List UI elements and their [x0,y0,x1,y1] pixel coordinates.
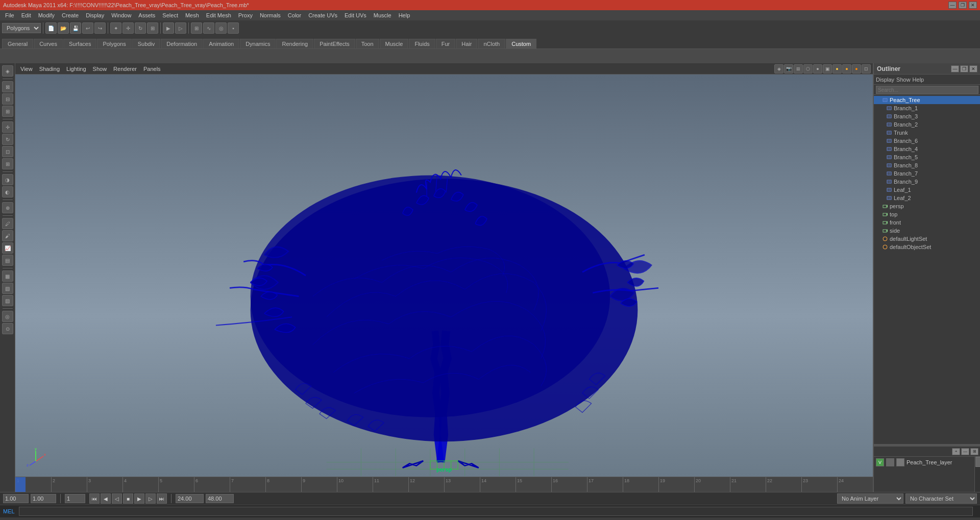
transform-tool-btn[interactable]: ⊞ [2,158,13,169]
layer-color-swatch[interactable] [896,458,904,466]
select-by-object-btn[interactable]: ⊟ [2,93,13,105]
render-layer-btn[interactable]: ▧ [2,283,13,294]
graph-editor-btn[interactable]: 📈 [2,242,13,254]
outliner-item-leaf-2[interactable]: Leaf_2 [874,194,980,202]
shelf-tab-animation[interactable]: Animation [203,39,239,48]
outliner-item-branch-6[interactable]: Branch_6 [874,137,980,145]
go-to-end-btn[interactable]: ⏭ [157,493,167,504]
prev-frame-btn[interactable]: ◀ [101,493,111,504]
outliner-display-menu[interactable]: Display [876,77,894,83]
menu-create[interactable]: Create [59,11,82,19]
quick-select-btn[interactable]: ◎ [2,311,13,322]
shelf-tab-custom[interactable]: Custom [506,39,536,48]
display-layer-btn[interactable]: ▦ [2,270,13,282]
vt-layout-icon[interactable]: ⊡ [862,64,871,73]
snap-surface-btn[interactable]: ▪ [228,22,239,34]
show-manip-btn[interactable]: ⊕ [2,202,13,213]
close-button[interactable]: ✕ [969,2,977,9]
shelf-tab-toon[interactable]: Toon [356,39,379,48]
open-scene-btn[interactable]: 📂 [58,22,69,34]
shelf-tab-general[interactable]: General [2,39,33,48]
go-to-start-btn[interactable]: ⏮ [89,493,100,504]
outliner-show-menu[interactable]: Show [896,77,911,83]
soft-select-btn[interactable]: ◑ [2,174,13,185]
layer-type-indicator[interactable] [886,458,894,466]
outliner-item-side[interactable]: side [874,227,980,235]
vt-grid-icon[interactable]: ⊞ [794,64,803,73]
scale-tool-left-btn[interactable]: ⊡ [2,146,13,157]
shelf-tab-deformation[interactable]: Deformation [161,39,203,48]
menu-file[interactable]: File [2,11,17,19]
outliner-minimize[interactable]: — [951,65,959,72]
anim-layer-btn[interactable]: ▨ [2,295,13,306]
menu-create-uvs[interactable]: Create UVs [305,11,340,19]
redo-btn[interactable]: ↪ [94,22,106,34]
outliner-search-input[interactable] [876,86,978,94]
menu-help[interactable]: Help [396,11,413,19]
vt-camera-icon[interactable]: 📷 [784,64,793,73]
outliner-item-peach-tree[interactable]: Peach_Tree [874,96,980,104]
menu-assets[interactable]: Assets [135,11,158,19]
shelf-tab-dynamics[interactable]: Dynamics [240,39,276,48]
shelf-tab-fluids[interactable]: Fluids [409,39,435,48]
outliner-item-leaf-1[interactable]: Leaf_1 [874,186,980,194]
undo-btn[interactable]: ↩ [82,22,93,34]
anim-layer-select[interactable]: No Anim Layer [837,493,903,504]
shelf-tab-surfaces[interactable]: Surfaces [63,39,96,48]
range-current-input[interactable]: 1.00 [31,494,56,503]
menu-edit-mesh[interactable]: Edit Mesh [203,11,234,19]
outliner-item-persp[interactable]: persp [874,202,980,210]
snap-point-btn[interactable]: ◎ [215,22,227,34]
shelf-tab-curves[interactable]: Curves [34,39,63,48]
current-frame-input[interactable] [65,494,85,503]
vt-select-icon[interactable]: ◈ [774,64,783,73]
vt-lighting-menu[interactable]: Lighting [63,65,89,73]
menu-mesh[interactable]: Mesh [182,11,202,19]
play-forward-btn[interactable]: ▶ [134,493,144,504]
vt-smooth-icon[interactable]: ● [813,64,822,73]
scale-tool-btn[interactable]: ⊞ [147,22,158,34]
rotate-tool-btn[interactable]: ↻ [135,22,146,34]
paint-skin-btn[interactable]: 🖊 [2,218,13,229]
shelf-tab-fur[interactable]: Fur [436,39,456,48]
menu-edit-uvs[interactable]: Edit UVs [341,11,370,19]
play-back-btn[interactable]: ◁ [112,493,122,504]
move-tool-btn[interactable]: ✛ [122,22,134,34]
vt-light1-icon[interactable]: ● [832,64,842,73]
vt-light2-icon[interactable]: ● [842,64,851,73]
range-end-time-input[interactable] [176,494,204,503]
vt-wireframe-icon[interactable]: ⬡ [803,64,813,73]
range-start-input[interactable]: 1.00 [3,494,29,503]
menu-modify[interactable]: Modify [35,11,58,19]
3d-viewport[interactable]: x y z persp [15,75,873,477]
sculpt-btn[interactable]: ◐ [2,186,13,197]
shelf-tab-rendering[interactable]: Rendering [276,39,313,48]
dope-sheet-btn[interactable]: ▤ [2,255,13,266]
shelf-tab-subdiv[interactable]: Subdiv [132,39,161,48]
outliner-item-branch-1[interactable]: Branch_1 [874,104,980,112]
menu-muscle[interactable]: Muscle [371,11,395,19]
vt-panels-menu[interactable]: Panels [140,65,164,73]
vt-shading-menu[interactable]: Shading [36,65,63,73]
new-scene-btn[interactable]: 📄 [45,22,57,34]
menu-edit[interactable]: Edit [18,11,34,19]
menu-color[interactable]: Color [285,11,304,19]
timeline-ruler[interactable]: 123456789101112131415161718192021222324 [15,477,873,492]
outliner-item-branch-2[interactable]: Branch_2 [874,120,980,129]
snap-curve-btn[interactable]: ∿ [203,22,214,34]
mode-select[interactable]: Polygons [2,23,41,33]
outliner-item-top[interactable]: top [874,210,980,218]
layer-item-peach-tree[interactable]: V Peach_Tree_layer [874,457,974,468]
menu-proxy[interactable]: Proxy [235,11,256,19]
save-scene-btn[interactable]: 💾 [70,22,81,34]
paint-weights-btn[interactable]: 🖌 [2,230,13,241]
outliner-close[interactable]: ✕ [969,65,977,72]
shelf-tab-ncloth[interactable]: nCloth [478,39,505,48]
menu-normals[interactable]: Normals [257,11,284,19]
render-btn[interactable]: ▶ [163,22,174,34]
shelf-tab-muscle[interactable]: Muscle [380,39,409,48]
ipr-render-btn[interactable]: ▷ [175,22,186,34]
restore-button[interactable]: ❐ [959,2,967,9]
shelf-tab-hair[interactable]: Hair [456,39,477,48]
character-set-select[interactable]: No Character Set [905,493,977,504]
